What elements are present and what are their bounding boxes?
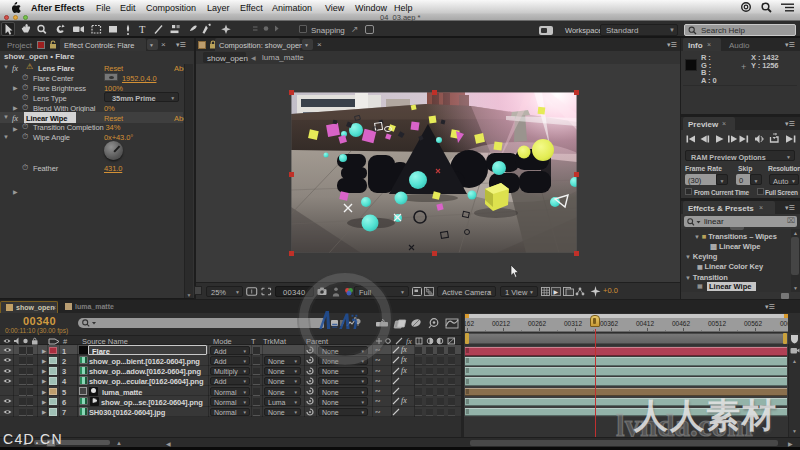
svg-text:T: T [139,24,146,35]
